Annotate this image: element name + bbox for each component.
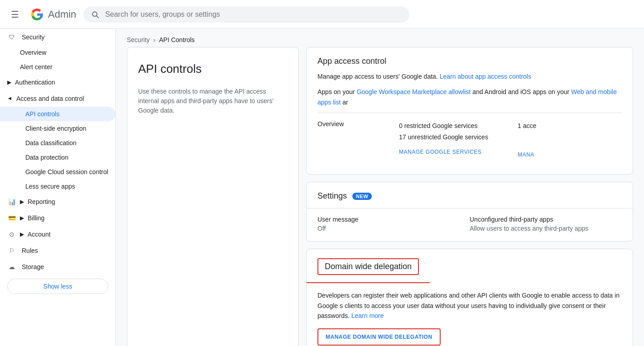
mana-link[interactable]: MANA	[518, 152, 534, 158]
sidebar-item-storage[interactable]: ☁ Storage	[0, 259, 115, 275]
overview-actions: MANAGE GOOGLE SERVICES	[399, 149, 503, 155]
breadcrumb-separator: ›	[154, 36, 156, 43]
overview-label: Overview	[20, 49, 46, 56]
breadcrumb-parent-link[interactable]: Security	[127, 36, 150, 43]
access-data-label: Access and data control	[16, 95, 84, 102]
sidebar-item-security[interactable]: 🛡 Security	[0, 29, 115, 45]
dwd-title-box: Domain wide delegation	[317, 258, 419, 275]
unconfigured-col: Unconfigured third-party apps Allow user…	[470, 216, 622, 232]
app-access-card: App access control Manage app access to …	[306, 47, 633, 175]
sidebar-item-alert-center[interactable]: Alert center	[0, 60, 115, 74]
billing-chevron-icon: ▶	[20, 215, 24, 221]
dwd-body: Developers can register their web applic…	[307, 283, 633, 346]
sidebar-item-client-side-encryption[interactable]: Client-side encryption	[0, 121, 115, 136]
left-card-description: Use these controls to manage the API acc…	[138, 87, 288, 115]
content-area: API controls Use these controls to manag…	[116, 47, 644, 346]
google-cloud-session-label: Google Cloud session control	[25, 168, 108, 175]
alert-center-label: Alert center	[20, 63, 53, 71]
user-message-label: User message	[317, 216, 470, 223]
sidebar-item-authentication[interactable]: ▶ Authentication	[0, 74, 115, 90]
sidebar-item-api-controls[interactable]: API controls	[0, 107, 115, 121]
logo-text: Admin	[48, 9, 76, 20]
app-access-card-body: Manage app access to users' Google data.…	[307, 71, 633, 174]
right-cards: App access control Manage app access to …	[306, 47, 633, 346]
user-message-col: User message Off	[317, 216, 470, 232]
topbar: ☰ Admin	[0, 0, 644, 29]
app-access-description: Manage app access to users' Google data.…	[317, 71, 622, 81]
search-icon	[91, 10, 100, 19]
shield-icon: 🛡	[7, 33, 16, 41]
reporting-chevron-icon: ▶	[20, 199, 24, 205]
less-secure-apps-label: Less secure apps	[25, 183, 75, 190]
new-badge: NEW	[352, 193, 372, 200]
sidebar-item-data-protection[interactable]: Data protection	[0, 150, 115, 165]
dwd-title: Domain wide delegation	[325, 262, 412, 271]
account-label: Account	[28, 231, 51, 238]
overview-label: Overview	[317, 120, 399, 128]
search-bar[interactable]	[83, 6, 409, 23]
rules-icon: ⚐	[7, 247, 16, 254]
overview-row: Overview 0 restricted Google services 17…	[317, 113, 622, 165]
data-classification-label: Data classification	[25, 139, 77, 147]
search-input[interactable]	[105, 10, 402, 19]
sidebar-item-data-classification[interactable]: Data classification	[0, 136, 115, 150]
sidebar-item-less-secure-apps[interactable]: Less secure apps	[0, 179, 115, 194]
storage-label: Storage	[22, 263, 44, 270]
data-protection-label: Data protection	[25, 154, 68, 161]
access-data-chevron-icon: ▼	[7, 96, 13, 101]
unconfigured-label: Unconfigured third-party apps	[470, 216, 622, 223]
settings-card-header: Settings NEW	[307, 182, 633, 208]
api-controls-label: API controls	[25, 110, 59, 118]
sidebar-item-google-cloud-session[interactable]: Google Cloud session control	[0, 165, 115, 179]
logo-link[interactable]: Admin	[30, 7, 76, 22]
manage-google-services-link[interactable]: MANAGE GOOGLE SERVICES	[399, 149, 481, 155]
learn-app-access-link[interactable]: Learn about app access controls	[440, 73, 531, 80]
dwd-card: Domain wide delegation Developers can re…	[306, 249, 633, 346]
account-icon: ⊙	[7, 231, 16, 238]
unconfigured-value: Allow users to access any third-party ap…	[470, 225, 622, 232]
storage-icon: ☁	[7, 263, 16, 270]
breadcrumb-current: API Controls	[159, 36, 195, 43]
reporting-icon: 📊	[7, 198, 16, 205]
reporting-label: Reporting	[28, 198, 55, 205]
unrestricted-services-value: 17 unrestricted Google services	[399, 132, 503, 143]
menu-icon[interactable]: ☰	[7, 5, 23, 24]
sidebar-item-account[interactable]: ⊙ ▶ Account	[0, 226, 115, 242]
left-card-title: API controls	[138, 62, 288, 76]
sidebar-item-reporting[interactable]: 📊 ▶ Reporting	[0, 194, 115, 210]
app-access-card-header: App access control	[307, 47, 633, 66]
layout: 🛡 Security Overview Alert center ▶ Authe…	[0, 29, 644, 346]
sidebar-item-billing[interactable]: 💳 ▶ Billing	[0, 210, 115, 226]
dwd-action-wrapper: MANAGE DOMAIN WIDE DELEGATION	[317, 328, 441, 346]
left-info-card: API controls Use these controls to manag…	[127, 47, 299, 346]
settings-title: Settings	[317, 191, 347, 201]
restricted-services-value: 0 restricted Google services	[399, 120, 503, 132]
billing-icon: 💳	[7, 214, 16, 222]
client-side-encryption-label: Client-side encryption	[25, 125, 87, 132]
user-message-value: Off	[317, 225, 470, 232]
marketplace-link[interactable]: Google Workspace Marketplace allowlist	[356, 88, 471, 95]
authentication-chevron-icon: ▶	[7, 79, 11, 85]
show-less-button[interactable]: Show less	[7, 279, 108, 294]
app-access-desc-text: Manage app access to users' Google data.	[317, 73, 438, 80]
google-logo-icon	[30, 7, 44, 22]
dwd-learn-more-link[interactable]: Learn more	[351, 312, 384, 319]
rules-label: Rules	[22, 247, 38, 254]
acce-value: 1 acce	[518, 120, 622, 132]
app-access-title: App access control	[317, 57, 622, 66]
sidebar: 🛡 Security Overview Alert center ▶ Authe…	[0, 29, 116, 346]
overview-values: 0 restricted Google services 17 unrestri…	[399, 120, 503, 155]
dwd-card-header: Domain wide delegation	[307, 249, 430, 283]
authentication-label: Authentication	[15, 79, 55, 86]
sidebar-item-overview[interactable]: Overview	[0, 45, 115, 60]
sidebar-security-label: Security	[22, 33, 45, 41]
billing-label: Billing	[28, 214, 44, 222]
settings-card: Settings NEW User message Off Unconfigur…	[306, 182, 633, 242]
manage-dwd-link[interactable]: MANAGE DOMAIN WIDE DELEGATION	[318, 329, 440, 345]
sidebar-item-rules[interactable]: ⚐ Rules	[0, 242, 115, 259]
app-access-marketplace-desc: Apps on your Google Workspace Marketplac…	[317, 87, 622, 107]
main-content: Security › API Controls API controls Use…	[116, 29, 644, 346]
account-chevron-icon: ▶	[20, 231, 24, 237]
sidebar-item-access-data-control[interactable]: ▼ Access and data control	[0, 90, 115, 107]
overview-right-col: 1 acce MANA	[503, 120, 622, 158]
